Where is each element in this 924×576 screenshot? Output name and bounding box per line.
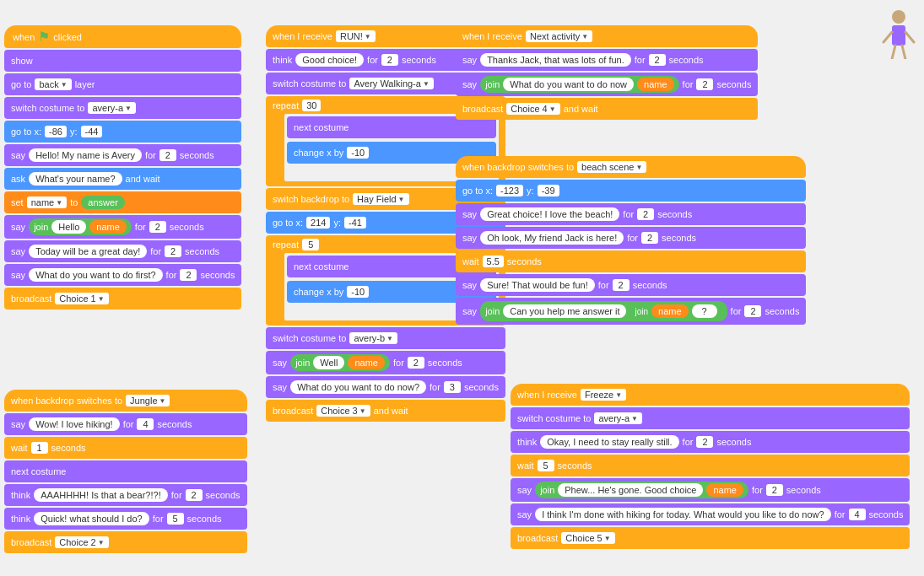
block-say-hiking[interactable]: say Wow! I love hiking! for 4 seconds: [4, 413, 247, 435]
block-think-quick[interactable]: think Quick! what should I do? for 5 sec…: [4, 508, 247, 530]
group-flag-clicked: when ⚑ clicked show go to back layer swi…: [4, 25, 241, 310]
group-freeze: when I receive Freeze switch costume to …: [511, 384, 910, 549]
block-say-what-do-now[interactable]: say What do you want to do now? for 3 se…: [266, 376, 505, 398]
block-go-to-xy-1[interactable]: go to x: -86 y: -44: [4, 121, 241, 143]
hat-flag-clicked[interactable]: when ⚑ clicked: [4, 25, 241, 48]
flag-icon: ⚑: [38, 29, 50, 45]
block-broadcast-choice5[interactable]: broadcast Choice 5: [511, 527, 910, 549]
svg-point-0: [892, 10, 905, 24]
scratch-canvas: when ⚑ clicked show go to back layer swi…: [0, 0, 924, 576]
block-show[interactable]: show: [4, 50, 241, 72]
group-next-activity: when I receive Next activity say Thanks …: [456, 25, 758, 120]
block-switch-costume-avery-b[interactable]: switch costume to avery-b: [266, 327, 505, 349]
block-say-join-what-do[interactable]: say join What do you want to do now name…: [456, 73, 758, 96]
block-broadcast-choice2[interactable]: broadcast Choice 2: [4, 531, 247, 553]
hat-freeze[interactable]: when I receive Freeze: [511, 384, 910, 406]
block-say-join-well[interactable]: say join Well name for 2 seconds: [266, 351, 505, 374]
block-broadcast-choice3[interactable]: broadcast Choice 3 and wait: [266, 400, 505, 422]
svg-line-2: [883, 32, 892, 42]
block-go-to-back[interactable]: go to back layer: [4, 73, 241, 95]
block-think-bear[interactable]: think AAAHHHH! Is that a bear?!?! for 2 …: [4, 484, 247, 506]
svg-line-4: [892, 46, 895, 59]
block-say-join-phew[interactable]: say join Phew... He's gone. Good choice …: [511, 478, 910, 502]
block-wait-5-5[interactable]: wait 5.5 seconds: [456, 250, 806, 272]
block-ask[interactable]: ask What's your name? and wait: [4, 168, 241, 190]
block-set-name[interactable]: set name to answer: [4, 191, 241, 213]
sprite-figure: [882, 8, 916, 59]
block-broadcast-choice4[interactable]: broadcast Choice 4 and wait: [456, 98, 758, 120]
block-say-what-do[interactable]: say What do you want to do first? for 2 …: [4, 264, 241, 286]
block-say-hello[interactable]: say Hello! My name is Avery for 2 second…: [4, 144, 241, 166]
svg-rect-1: [892, 25, 905, 46]
svg-line-5: [902, 46, 905, 59]
block-say-join-can-you[interactable]: say join Can you help me answer it join …: [456, 298, 806, 325]
hat-next-activity[interactable]: when I receive Next activity: [456, 25, 758, 47]
group-jungle: when backdrop switches to Jungle say Wow…: [4, 390, 247, 553]
block-say-oh-look[interactable]: say Oh look, My friend Jack is here! for…: [456, 227, 806, 249]
block-wait-1[interactable]: wait 1 seconds: [4, 437, 247, 459]
block-wait-5[interactable]: wait 5 seconds: [511, 455, 910, 476]
block-broadcast-choice1[interactable]: broadcast Choice 1: [4, 288, 241, 310]
block-say-great-beach[interactable]: say Great choice! I love the beach! for …: [456, 203, 806, 225]
block-go-to-xy-beach[interactable]: go to x: -123 y: -39: [456, 180, 806, 202]
block-next-costume-jungle[interactable]: next costume: [4, 460, 247, 482]
svg-line-3: [905, 32, 914, 42]
block-say-thanks-jack[interactable]: say Thanks Jack, that was lots of fun. f…: [456, 49, 758, 71]
block-say-join-hello[interactable]: say join Hello name for 2 seconds: [4, 215, 241, 239]
group-beach: when backdrop switches to beach scene go…: [456, 156, 806, 325]
block-say-sure[interactable]: say Sure! That would be fun! for 2 secon…: [456, 274, 806, 296]
block-say-done-hiking[interactable]: say I think I'm done with hiking for tod…: [511, 503, 910, 525]
block-say-great-day[interactable]: say Today will be a great day! for 2 sec…: [4, 240, 241, 262]
block-switch-costume-avery-a[interactable]: switch costume to avery-a: [4, 97, 241, 119]
block-switch-costume-avery-a2[interactable]: switch costume to avery-a: [511, 407, 910, 429]
hat-jungle[interactable]: when backdrop switches to Jungle: [4, 390, 247, 412]
block-think-okay[interactable]: think Okay, I need to stay really still.…: [511, 431, 910, 453]
hat-beach[interactable]: when backdrop switches to beach scene: [456, 156, 806, 178]
